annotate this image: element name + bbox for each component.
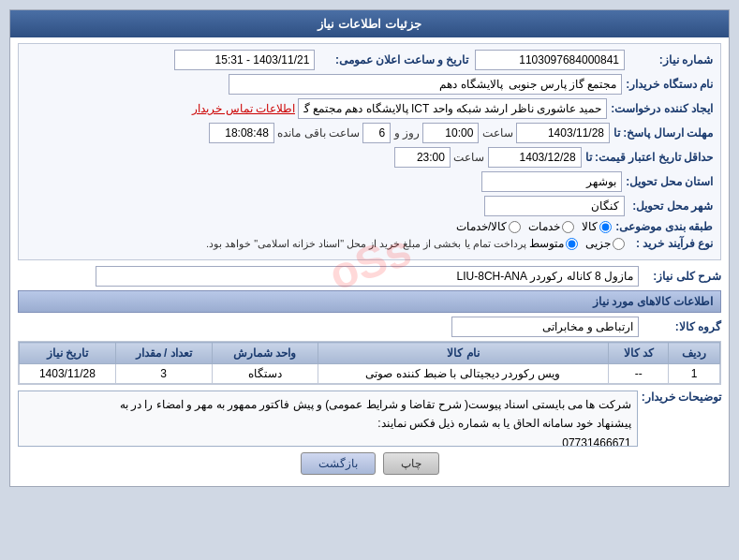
shahr-input[interactable] xyxy=(484,196,625,216)
th-tarikh-niaz: تاریخ نیاز xyxy=(20,343,116,364)
nam-dastgah-input[interactable] xyxy=(229,74,622,95)
th-nam-kala: نام کالا xyxy=(318,343,609,364)
hadaqal-label: حداقل تاریخ اعتبار قیمت: تا xyxy=(585,151,713,164)
shahr-label: شهر محل تحویل: xyxy=(628,199,713,213)
tozi-line2: پیشنهاد خود سامانه الحاق یا به شماره ذیل… xyxy=(24,414,631,433)
row-shahr: شهر محل تحویل: xyxy=(26,196,713,216)
tozi-scroll-box[interactable]: شرکت ها می بایستی اسناد پیوست( شرح تقاضا… xyxy=(18,391,638,447)
grohe-kala-label: گروه کالا: xyxy=(646,320,721,333)
mohlat-ersal-label: مهلت ارسال پاسخ: تا xyxy=(613,126,713,140)
kala-table-section: ردیف کد کالا نام کالا واحد شمارش تعداد /… xyxy=(18,341,721,385)
th-tedad: تعداد / مقدار xyxy=(115,343,212,364)
ettelaat-tamas-link[interactable]: اطلاعات تماس خریدار xyxy=(192,102,295,115)
noee-desc: پرداخت تمام یا بخشی از مبلغ خرید از محل … xyxy=(206,238,526,250)
radio-khadamat-label: خدمات xyxy=(528,220,560,233)
radio-khadamat-input[interactable] xyxy=(562,221,574,233)
hadaqal-saat-label: ساعت xyxy=(453,151,484,164)
radio-motovaset-input[interactable] xyxy=(566,238,578,250)
baqi-label: ساعت باقی مانده xyxy=(277,126,360,140)
noee-farayand-label: نوع فرآیند خرید : xyxy=(628,237,713,250)
radio-khadamat-item[interactable]: خدمات xyxy=(528,220,574,233)
buttons-row: چاپ بازگشت xyxy=(18,447,721,480)
row-hadaqal: حداقل تاریخ اعتبار قیمت: تا ساعت xyxy=(26,147,713,168)
hadaqal-saat-input[interactable] xyxy=(394,147,451,168)
td-vahed: دستگاه xyxy=(212,364,318,384)
td-nam-kala: ویس رکوردر دیجیتالی با ضبط کننده صوتی xyxy=(318,364,609,384)
radio-jozi-label: جزیی xyxy=(585,237,611,250)
chap-button[interactable]: چاپ xyxy=(383,452,439,475)
th-kod-kala: کد کالا xyxy=(609,343,669,364)
sharh-row: شرح کلی نیاز: xyxy=(18,266,721,287)
bazgasht-button[interactable]: بازگشت xyxy=(301,452,376,475)
tozi-label: توضیحات خریدار: xyxy=(642,391,721,447)
tarikh-input[interactable] xyxy=(174,50,315,70)
content-area: oSs شماره نیاز: تاریخ و ساعت اعلان عمومی… xyxy=(10,37,729,486)
sharh-input[interactable] xyxy=(96,266,639,287)
baqi-input[interactable] xyxy=(209,123,274,143)
tabaqe-radio-group: کالا خدمات کالا/خدمات xyxy=(456,220,612,233)
radio-kala-label: کالا xyxy=(582,220,598,233)
noee-radio-group: جزیی متوسط xyxy=(529,237,625,250)
row-tabaqe: طبقه بندی موضوعی: کالا خدمات کالا/خدمات xyxy=(26,220,713,233)
radio-jozi-item[interactable]: جزیی xyxy=(585,237,625,250)
row-shmareh-tarikh: شماره نیاز: تاریخ و ساعت اعلان عمومی: xyxy=(26,50,713,70)
shmareh-niaz-label: شماره نیاز: xyxy=(628,53,713,66)
radio-kala-input[interactable] xyxy=(599,221,612,233)
row-noee-farayand: نوع فرآیند خرید : جزیی متوسط پرداخت تمام… xyxy=(26,237,713,250)
row-ostan: استان محل تحویل: xyxy=(26,171,713,192)
page-header: جزئیات اطلاعات نیاز xyxy=(10,10,729,37)
tozi-line1: شرکت ها می بایستی اسناد پیوست( شرح تقاضا… xyxy=(24,395,631,414)
ijad-konande-input[interactable] xyxy=(298,98,607,119)
table-row: 1 -- ویس رکوردر دیجیتالی با ضبط کننده صو… xyxy=(20,364,720,384)
radio-kala-item[interactable]: کالا xyxy=(582,220,612,233)
saat-mohlat-input[interactable] xyxy=(422,123,479,143)
tarikh-mohlat-input[interactable] xyxy=(516,123,610,143)
radio-motovaset-label: متوسط xyxy=(529,237,564,250)
tarikh-label: تاریخ و ساعت اعلان عمومی: xyxy=(318,53,468,66)
grohe-kala-input[interactable] xyxy=(451,317,639,337)
tozi-row: توضیحات خریدار: شرکت ها می بایستی اسناد … xyxy=(18,391,721,447)
ostan-input[interactable] xyxy=(481,171,622,192)
shmareh-niaz-input[interactable] xyxy=(475,50,625,70)
row-nam-dastgah: نام دستگاه خریدار: xyxy=(26,74,713,95)
form-section: شماره نیاز: تاریخ و ساعت اعلان عمومی: نا… xyxy=(18,43,721,260)
radio-motovaset-item[interactable]: متوسط xyxy=(529,237,578,250)
row-mohlat: مهلت ارسال پاسخ: تا ساعت روز و ساعت باقی… xyxy=(26,123,713,143)
ostan-label: استان محل تحویل: xyxy=(626,175,713,188)
kala-table: ردیف کد کالا نام کالا واحد شمارش تعداد /… xyxy=(19,342,720,384)
radio-kala-khadamat-item[interactable]: کالا/خدمات xyxy=(456,220,521,233)
td-kod-kala: -- xyxy=(609,364,669,384)
main-container: جزئیات اطلاعات نیاز oSs شماره نیاز: تاری… xyxy=(9,9,730,487)
tabaqe-label: طبقه بندی موضوعی: xyxy=(615,220,713,233)
td-tarikh-niaz: 1403/11/28 xyxy=(20,364,116,384)
th-vahed: واحد شمارش xyxy=(212,343,318,364)
hadaqal-tarikh-input[interactable] xyxy=(488,147,582,168)
grohe-kala-row: گروه کالا: xyxy=(18,317,721,337)
tozi-line3: 07731466671 xyxy=(24,434,631,447)
saat-label: ساعت xyxy=(482,126,513,140)
row-ijad-konande: ایجاد کننده درخواست: اطلاعات تماس خریدار xyxy=(26,98,713,119)
td-radif: 1 xyxy=(669,364,720,384)
rooz-label: روز و xyxy=(394,126,420,140)
th-radif: ردیف xyxy=(669,343,720,364)
ijad-konande-label: ایجاد کننده درخواست: xyxy=(611,102,713,115)
td-tedad: 3 xyxy=(115,364,212,384)
page-title: جزئیات اطلاعات نیاز xyxy=(318,17,421,31)
radio-kala-khadamat-label: کالا/خدمات xyxy=(456,220,507,233)
sharh-label: شرح کلی نیاز: xyxy=(646,270,721,283)
rooz-input[interactable] xyxy=(362,123,391,143)
radio-jozi-input[interactable] xyxy=(613,238,625,250)
radio-kala-khadamat-input[interactable] xyxy=(509,221,521,233)
ettelaat-kala-title: اطلاعات کالاهای مورد نیاز xyxy=(18,290,721,313)
nam-dastgah-label: نام دستگاه خریدار: xyxy=(626,78,713,91)
